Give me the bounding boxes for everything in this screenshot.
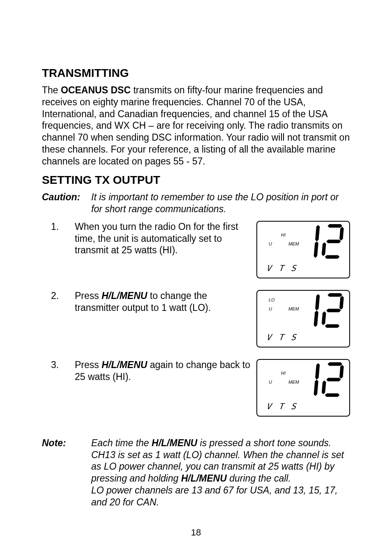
step-1-display: HI U MEM V T S	[256, 221, 350, 278]
note-label: Note:	[42, 437, 91, 508]
step-3-pre: Press	[75, 359, 101, 370]
step-2-num: 2.	[42, 290, 75, 302]
note-block: Note: Each time the H/L/MENU is pressed …	[42, 437, 350, 508]
step-2-text: Press H/L/MENU to change the transmitter…	[75, 290, 256, 314]
step-2-display: LO U MEM V T S	[256, 290, 350, 348]
step-1: 1. When you turn the radio On for the fi…	[42, 221, 350, 278]
step-1-num: 1.	[42, 221, 75, 233]
step-3-text: Press H/L/MENU again to change back to 2…	[75, 359, 256, 383]
lcd-channel	[309, 293, 344, 331]
lcd-lo: LO	[269, 297, 275, 303]
note-p1a: Each time the	[91, 438, 152, 448]
lcd-u: U	[269, 241, 272, 247]
lcd-mem: MEM	[288, 380, 299, 385]
lcd-vts: V T S	[266, 332, 298, 343]
step-2-bold: H/L/MENU	[101, 290, 147, 301]
para-pre: The	[42, 85, 61, 95]
lcd-1: HI U MEM V T S	[256, 221, 350, 278]
lcd-vts: V T S	[266, 263, 298, 273]
lcd-3: HI U MEM V T S	[256, 359, 350, 417]
para-transmitting: The OCEANUS DSC transmits on fifty-four …	[42, 84, 350, 167]
page-number: 18	[0, 527, 392, 538]
heading-setting: SETTING TX OUTPUT	[42, 173, 350, 187]
step-2: 2. Press H/L/MENU to change the transmit…	[42, 290, 350, 348]
lcd-u: U	[269, 306, 272, 312]
step-3-num: 3.	[42, 359, 75, 371]
step-3-display: HI U MEM V T S	[256, 359, 350, 417]
heading-transmitting: TRANSMITTING	[42, 66, 350, 80]
lcd-channel	[309, 224, 344, 262]
para-post: transmits on fifty-four marine frequenci…	[42, 85, 350, 167]
lcd-vts: V T S	[266, 401, 298, 412]
caution-label: Caution:	[42, 191, 91, 215]
lcd-u: U	[269, 380, 272, 385]
caution-block: Caution: It is important to remember to …	[42, 191, 350, 215]
step-1-text: When you turn the radio On for the first…	[75, 221, 256, 256]
note-text: Each time the H/L/MENU is pressed a shor…	[91, 437, 350, 508]
step-3: 3. Press H/L/MENU again to change back t…	[42, 359, 350, 417]
lcd-hi: HI	[281, 371, 286, 376]
lcd-hi: HI	[281, 232, 286, 238]
note-p1e: during the call.	[227, 473, 291, 484]
para-bold: OCEANUS DSC	[61, 85, 131, 95]
lcd-mem: MEM	[288, 241, 299, 247]
lcd-2: LO U MEM V T S	[256, 290, 350, 348]
step-3-bold: H/L/MENU	[101, 359, 147, 370]
lcd-channel	[309, 362, 344, 400]
lcd-mem: MEM	[288, 306, 299, 312]
note-p1b: H/L/MENU	[152, 438, 197, 448]
note-p2: LO power channels are 13 and 67 for USA,…	[91, 485, 338, 507]
note-p1d: H/L/MENU	[181, 473, 227, 484]
caution-text: It is important to remember to use the L…	[91, 191, 350, 215]
step-2-pre: Press	[75, 290, 101, 301]
